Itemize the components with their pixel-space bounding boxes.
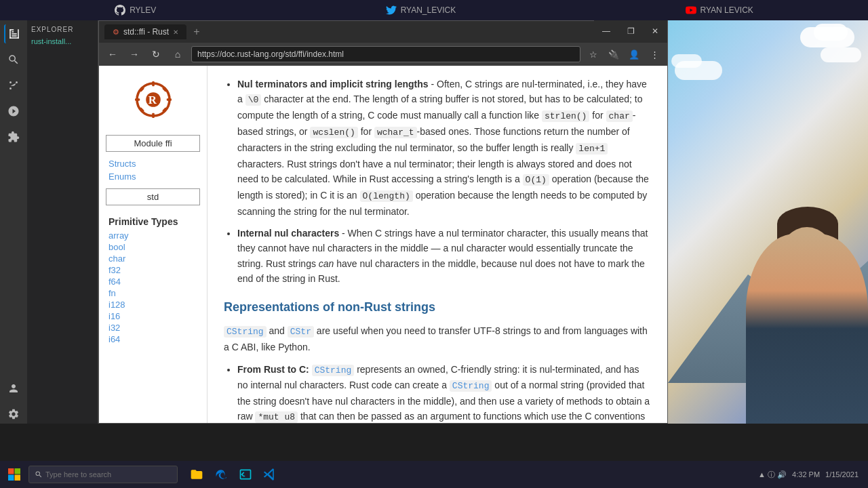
browser-tab-active[interactable]: ⚙ std::ffi - Rust ✕ [104, 24, 186, 39]
svg-rect-2 [9, 37, 19, 39]
internal-nul-title: Internal nul characters [237, 228, 339, 239]
vscode-file-panel: EXPLORER rust-install... [27, 20, 98, 424]
twitter-icon [386, 5, 397, 16]
top-social-bar: RYLEV RYAN_LEVICK RYAN LEVICK [0, 0, 868, 20]
github-username: RYLEV [130, 5, 156, 15]
browser-window: ⚙ std::ffi - Rust ✕ + ← → ↻ ⌂ ☆ 🔌 👤 ⋮ [98, 20, 668, 424]
start-button[interactable] [4, 464, 24, 485]
vscode-settings-icon[interactable] [4, 405, 23, 424]
type-bool[interactable]: bool [99, 241, 207, 253]
youtube-profile[interactable]: RYAN LEVICK [686, 5, 753, 16]
vscode-extensions-icon[interactable] [4, 127, 23, 146]
type-i16[interactable]: i16 [99, 310, 207, 322]
rust-logo: R [133, 79, 174, 120]
webcam-area [668, 20, 868, 424]
vscode-sidebar: EXPLORER rust-install... [0, 20, 98, 424]
address-bar[interactable] [191, 46, 580, 62]
svg-point-5 [9, 87, 12, 89]
primitive-types-header: Primitive Types [99, 211, 207, 230]
taskbar-search-box[interactable] [28, 466, 178, 483]
minimize-button[interactable]: — [594, 20, 618, 42]
cstring-link[interactable]: CString [224, 326, 267, 338]
rust-logo-area: R [99, 73, 207, 129]
doc-main-content: Nul terminators and implicit string leng… [208, 66, 667, 423]
tab-title: std::ffi - Rust [123, 27, 169, 37]
type-array[interactable]: array [99, 230, 207, 241]
type-i32[interactable]: i32 [99, 322, 207, 333]
internal-nul-item: Internal nul characters - When C strings… [237, 226, 651, 287]
vscode-search-icon[interactable] [4, 50, 23, 69]
taskbar-date: 1/15/2021 [825, 470, 859, 479]
module-label: Module ffi [134, 138, 172, 148]
youtube-username: RYAN LEVICK [701, 5, 753, 15]
nul-terminators-item: Nul terminators and implicit string leng… [237, 77, 651, 219]
webcam-background [668, 20, 868, 424]
browser-window-controls: — ❐ ✕ [594, 20, 667, 42]
new-tab-button[interactable]: + [193, 26, 199, 38]
cloud-2 [814, 24, 848, 41]
cstring-create[interactable]: CString [450, 380, 492, 392]
taskbar-file-explorer[interactable] [186, 464, 208, 485]
from-rust-to-c-item: From Rust to C: CString represents an ow… [237, 362, 651, 424]
svg-text:R: R [148, 94, 157, 106]
type-f64[interactable]: f64 [99, 276, 207, 287]
svg-rect-3 [18, 29, 19, 39]
rust-favicon: ⚙ [113, 28, 119, 37]
nul-term-title: Nul terminators and implicit string leng… [237, 79, 429, 89]
home-button[interactable]: ⌂ [170, 46, 186, 62]
vscode-explorer-icon[interactable] [4, 24, 23, 43]
section-heading-non-rust: Representations of non-Rust strings [224, 298, 651, 317]
vscode-account-icon[interactable] [4, 379, 23, 398]
type-fn[interactable]: fn [99, 287, 207, 299]
vscode-activity-bar [0, 20, 27, 424]
account-button[interactable]: 👤 [627, 47, 642, 62]
vscode-file-item[interactable]: rust-install... [31, 37, 94, 45]
taskbar-edge[interactable] [210, 464, 232, 485]
svg-point-4 [9, 81, 12, 83]
maximize-button[interactable]: ❐ [618, 20, 643, 42]
bookmark-button[interactable]: ☆ [586, 47, 601, 62]
type-i64[interactable]: i64 [99, 333, 207, 345]
windows-logo-icon [8, 468, 20, 481]
twitter-username: RYAN_LEVICK [401, 5, 456, 15]
svg-point-6 [16, 81, 18, 83]
menu-button[interactable]: ⋮ [647, 47, 662, 62]
extensions-button[interactable]: 🔌 [606, 47, 621, 62]
github-profile[interactable]: RYLEV [115, 5, 156, 16]
cloud-3 [821, 47, 861, 62]
back-button[interactable]: ← [104, 46, 121, 62]
type-char[interactable]: char [99, 253, 207, 264]
taskbar-search-input[interactable] [45, 470, 172, 479]
vscode-icon [263, 468, 277, 481]
vscode-source-control-icon[interactable] [4, 76, 23, 95]
cloud-5 [671, 54, 702, 68]
type-i128[interactable]: i128 [99, 299, 207, 310]
cstring-from-rust[interactable]: CString [312, 365, 355, 376]
module-box: Module ffi [106, 135, 200, 152]
svg-rect-12 [166, 98, 171, 101]
svg-rect-9 [152, 81, 155, 86]
enums-link[interactable]: Enums [99, 170, 207, 183]
edge-icon [214, 468, 228, 481]
taskbar-vscode[interactable] [259, 464, 281, 485]
taskbar-terminal[interactable] [235, 464, 256, 485]
structs-link[interactable]: Structs [99, 157, 207, 170]
tab-close-button[interactable]: ✕ [173, 28, 178, 36]
close-button[interactable]: ✕ [643, 20, 667, 42]
browser-titlebar: ⚙ std::ffi - Rust ✕ + [99, 21, 667, 43]
taskbar-system-icons: ▲ ⓘ 🔊 [758, 470, 787, 480]
github-icon [115, 5, 125, 16]
twitter-profile[interactable]: RYAN_LEVICK [386, 5, 456, 16]
from-rust-label: From Rust to C: [237, 364, 309, 375]
vscode-panel-title: EXPLORER [31, 26, 94, 33]
svg-rect-10 [152, 113, 155, 118]
svg-rect-11 [135, 98, 140, 101]
cstr-link[interactable]: CStr [288, 326, 314, 338]
cstring-cstr-intro: CString and CStr are useful when you nee… [224, 323, 651, 354]
refresh-button[interactable]: ↻ [148, 46, 164, 62]
svg-rect-1 [9, 29, 11, 39]
browser-content: R Module ffi Structs Enums std Primitive… [99, 66, 667, 423]
forward-button[interactable]: → [126, 46, 142, 62]
type-f32[interactable]: f32 [99, 264, 207, 276]
vscode-debug-icon[interactable] [4, 102, 23, 121]
